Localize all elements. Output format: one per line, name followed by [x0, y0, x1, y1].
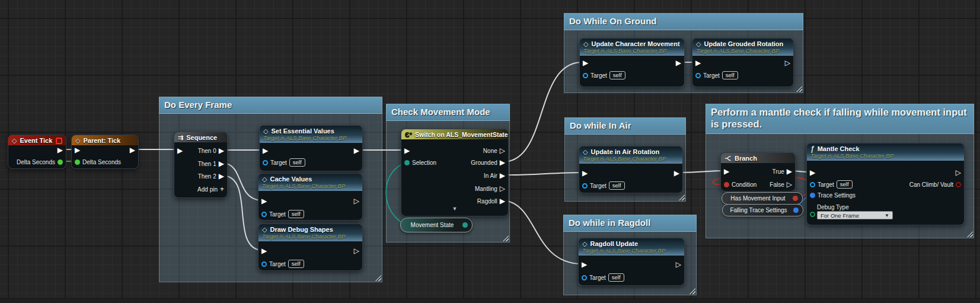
target-self-value[interactable]: self — [609, 181, 625, 190]
grounded-out-pin[interactable]: ▶ — [500, 159, 505, 166]
node-update-in-air-rotation[interactable]: ◇Update in Air Rotation Target is ALS Ba… — [579, 146, 683, 193]
node-has-movement-input-variable[interactable]: Has Movement Input — [722, 192, 803, 205]
exec-in-pin[interactable]: ▶ — [177, 147, 183, 154]
condition-pin[interactable] — [724, 182, 729, 187]
exec-out-pin[interactable]: ▷ — [956, 169, 961, 176]
exec-out-pin[interactable]: ▷ — [354, 247, 359, 254]
comment-header[interactable]: Do Every Frame — [159, 97, 382, 114]
exec-out-pin[interactable]: ▶ — [130, 146, 135, 154]
comment-header[interactable]: Do while in Ragdoll — [563, 215, 697, 232]
exec-in-pin[interactable]: ▶ — [75, 146, 80, 154]
exec-in-pin[interactable]: ▶ — [582, 170, 588, 177]
node-header: Є* Switch on ALS_MovementState — [401, 129, 508, 139]
falling-trace-settings-out-pin[interactable] — [793, 208, 799, 213]
comment-header[interactable]: Do while In Air — [564, 117, 686, 135]
node-update-grounded-rotation[interactable]: ◇Update Grouded Rotation Target is ALS B… — [692, 38, 794, 87]
target-self-value[interactable]: self — [288, 260, 304, 268]
has-movement-input-out-pin[interactable] — [793, 196, 798, 201]
exec-in-pin[interactable]: ▶ — [261, 197, 267, 205]
target-pin[interactable] — [810, 182, 815, 187]
collapse-arrow-icon[interactable]: ▼ — [401, 206, 508, 212]
target-pin[interactable] — [261, 261, 267, 267]
pin-label: Selection — [412, 160, 436, 166]
debug-type-dropdown[interactable]: For One Frame ▼ — [817, 211, 893, 219]
node-parent-tick[interactable]: ◇ Parent: Tick ▶▶ Delta Seconds — [71, 135, 139, 169]
exec-in-pin[interactable]: ▶ — [583, 59, 588, 66]
node-sequence[interactable]: ⇉ Sequence ▶Then 0▶ Then 1▶ Then 2▶ Add … — [174, 132, 228, 198]
in-air-out-pin[interactable]: ▶ — [500, 172, 505, 179]
exec-out-pin[interactable]: ▶ — [354, 147, 359, 154]
then1-out-pin[interactable]: ▶ — [219, 160, 224, 167]
function-call-icon: ◇ — [582, 241, 587, 247]
exec-in-pin[interactable]: ▶ — [695, 59, 701, 66]
dropdown-value: For One Frame — [821, 212, 859, 219]
none-out-pin[interactable]: ▷ — [500, 147, 505, 154]
target-self-value[interactable]: self — [722, 71, 738, 79]
debug-type-pin[interactable] — [810, 212, 815, 217]
node-update-character-movement[interactable]: ◇Update Character Movement Target is ALS… — [579, 38, 685, 87]
target-self-value[interactable]: self — [289, 158, 305, 167]
delta-seconds-in-pin[interactable] — [75, 160, 80, 165]
exec-out-pin[interactable]: ▷ — [676, 261, 681, 268]
node-header: ◇Update Grouded Rotation Target is ALS B… — [692, 39, 793, 56]
exec-in-pin[interactable]: ▶ — [261, 247, 267, 254]
exec-in-pin[interactable]: ▶ — [263, 147, 268, 154]
exec-in-pin[interactable]: ▶ — [404, 147, 410, 154]
exec-out-pin[interactable]: ▶ — [674, 170, 679, 177]
comment-header[interactable]: Perform a mantle check if falling while … — [706, 104, 974, 134]
target-self-value[interactable]: self — [609, 71, 625, 79]
node-title: Draw Debug Shapes — [270, 226, 333, 233]
mantling-out-pin[interactable]: ▷ — [500, 185, 505, 192]
node-title: Update Character Movement — [591, 40, 679, 47]
target-self-value[interactable]: self — [288, 210, 304, 218]
false-out-pin[interactable]: ▷ — [787, 181, 792, 188]
add-pin-icon[interactable]: + — [220, 186, 224, 193]
node-cache-values[interactable]: ◇Cache Values Target is ALS Base Charact… — [258, 173, 363, 221]
node-header: ◇Ragdoll Update Target is ALS Base Chara… — [579, 238, 684, 256]
node-switch-movement-state[interactable]: Є* Switch on ALS_MovementState ▶None▷ Se… — [401, 129, 509, 216]
node-title: Set Essential Values — [271, 127, 334, 135]
node-ragdoll-update[interactable]: ◇Ragdoll Update Target is ALS Base Chara… — [578, 238, 685, 286]
node-branch[interactable]: Branch ▶True▶ ConditionFalse▷ — [720, 152, 796, 192]
blueprint-graph-canvas[interactable]: Do Every Frame Check Movement Mode Do Wh… — [0, 0, 980, 303]
pin-label: Target — [703, 72, 720, 79]
pin-label: Grounded — [471, 160, 497, 166]
exec-in-pin[interactable]: ▶ — [582, 261, 587, 268]
node-header: ◇ Event Tick — [8, 135, 66, 145]
comment-header[interactable]: Check Movement Mode — [386, 104, 510, 121]
pin-label: Target — [269, 261, 286, 267]
then0-out-pin[interactable]: ▶ — [219, 147, 224, 154]
exec-out-pin[interactable]: ▷ — [354, 197, 359, 205]
node-movement-state-variable[interactable]: Movement State — [400, 218, 473, 232]
comment-title: Check Movement Mode — [391, 107, 490, 117]
exec-out-pin[interactable]: ▶ — [676, 59, 681, 66]
true-out-pin[interactable]: ▶ — [787, 168, 792, 175]
exec-out-pin[interactable]: ▶ — [58, 146, 63, 154]
target-pin[interactable] — [582, 183, 588, 189]
target-pin[interactable] — [261, 212, 267, 217]
node-title: Ragdoll Update — [590, 240, 638, 247]
comment-header[interactable]: Do While On Ground — [564, 13, 803, 30]
target-self-value[interactable]: self — [837, 180, 853, 189]
node-event-tick[interactable]: ◇ Event Tick ▶ Delta Seconds — [8, 135, 66, 169]
target-pin[interactable] — [695, 73, 701, 78]
target-pin[interactable] — [263, 160, 268, 165]
movement-state-out-pin[interactable] — [462, 222, 468, 228]
delta-seconds-out-pin[interactable] — [58, 160, 63, 165]
exec-in-pin[interactable]: ▶ — [724, 168, 729, 175]
target-self-value[interactable]: self — [608, 273, 624, 282]
selection-pin[interactable] — [404, 160, 410, 165]
can-climb-vault-out-pin[interactable] — [956, 182, 961, 187]
then2-out-pin[interactable]: ▶ — [219, 173, 224, 180]
target-pin[interactable] — [583, 73, 588, 78]
target-pin[interactable] — [582, 275, 587, 280]
comment-title: Do while In Air — [570, 120, 631, 130]
trace-settings-pin[interactable] — [810, 193, 815, 198]
ragdoll-out-pin[interactable]: ▶ — [500, 197, 505, 205]
node-falling-trace-settings-variable[interactable]: Falling Trace Settings — [722, 204, 803, 216]
node-set-essential-values[interactable]: ◇Set Essential Values Target is ALS Base… — [259, 125, 363, 171]
node-draw-debug-shapes[interactable]: ◇Draw Debug Shapes Target is ALS Base Ch… — [258, 224, 363, 271]
node-mantle-check[interactable]: ƒMantle Check Target is ALS Base Charact… — [806, 143, 965, 225]
exec-out-pin[interactable]: ▷ — [785, 59, 790, 66]
exec-in-pin[interactable]: ▶ — [810, 169, 815, 176]
